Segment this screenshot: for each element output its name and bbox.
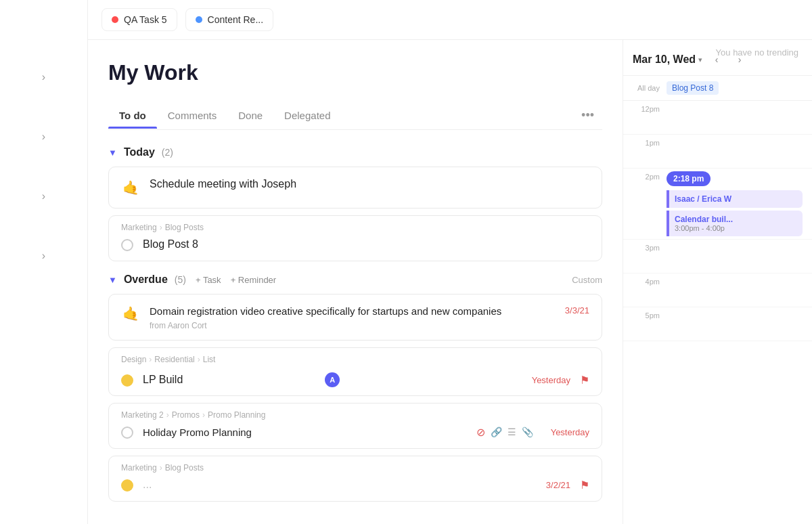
calendar-panel: Mar 10, Wed ▾ ‹ › All day Blog Post 8 12… [623,40,812,524]
promo-checkbox[interactable] [121,427,133,439]
blogpost8-name: Blog Post 8 [143,238,589,250]
cal-event-isaac[interactable]: Isaac / Erica W [667,190,803,208]
blogpost8-checkbox[interactable] [121,239,133,251]
promo-icons: ⊘ 🔗 ☰ 📎 [476,426,533,439]
domain-task-title: Domain registration video creative speci… [150,304,556,318]
dot-icon-red [112,16,118,23]
promo-row: Holiday Promo Planning ⊘ 🔗 ☰ 📎 Yesterday [109,420,602,448]
time-label-3pm: 3pm [633,240,660,252]
sidebar-chevron-4[interactable]: › [35,246,53,265]
bc-sep5: › [160,463,162,473]
task-name-meeting: Schedule meeting with Joseph [150,178,589,190]
sidebar-chevron-1[interactable]: › [35,68,53,87]
bc-marketing2: Marketing 2 [121,410,164,420]
task-chip-qa-label: QA Task 5 [124,14,167,25]
promo-date: Yesterday [551,427,589,437]
section-overdue: ▼ Overdue (5) + Task + Reminder Custom 🤙… [108,274,602,502]
task-card-meeting: 🤙 Schedule meeting with Joseph [108,167,602,209]
content-area: My Work To do Comments Done Delegated [88,40,812,524]
page-title: My Work [108,60,602,85]
custom-label[interactable]: Custom [572,275,602,285]
task-chip-qa[interactable]: QA Task 5 [102,8,177,31]
bc-marketing3: Marketing [121,463,157,473]
time-label-1pm: 1pm [633,135,660,147]
tab-done[interactable]: Done [227,103,273,128]
lpbuild-date: Yesterday [532,375,570,385]
today-header: ▼ Today (2) [108,146,602,158]
cal-event-calendar[interactable]: Calendar buil... 3:00pm - 4:00p [667,211,803,236]
cal-event-isaac-title: Isaac / Erica W [675,194,797,204]
bc-design: Design [121,355,146,364]
time-label-5pm: 5pm [633,307,660,320]
today-label: Today [124,146,155,158]
breadcrumb-marketing: Marketing [121,223,157,232]
task-card-lpbuild: Design › Residential › List LP Build A Y… [108,347,602,396]
time-content-3pm [660,240,803,242]
breadcrumb-blogposts: Blog Posts [165,223,204,232]
time-label-12pm: 12pm [633,101,660,113]
sidebar: › › › › [0,0,88,524]
cal-event-calendar-title: Calendar buil... [675,215,797,224]
all-day-row: All day Blog Post 8 [623,76,812,101]
task-icon-meeting: 🤙 [121,178,140,197]
task-chip-content-label: Content Re... [208,14,264,25]
today-count: (2) [162,147,173,158]
time-label-2pm: 2pm [633,169,660,181]
blogpost2-date: 3/2/21 [546,480,570,490]
domain-task-from: from Aaron Cort [150,321,556,330]
bc-promoplanning: Promo Planning [208,410,265,420]
tab-todo[interactable]: To do [108,103,157,128]
blogpost2-row: ... 3/2/21 ⚑ [109,473,602,501]
add-task-button[interactable]: + Task [196,275,221,285]
sidebar-chevron-3[interactable]: › [35,187,53,206]
time-slot-2pm: 2pm 2:18 pm Isaac / Erica W Calendar bui… [623,169,812,240]
section-today: ▼ Today (2) 🤙 Schedule meeting with Jose… [108,146,602,261]
lpbuild-row: LP Build A Yesterday ⚑ [109,364,602,395]
stop-icon: ⊘ [476,426,485,439]
bc-list: List [203,355,216,364]
time-content-5pm [660,307,803,310]
sidebar-chevron-2[interactable]: › [35,127,53,146]
tabs-bar: To do Comments Done Delegated ••• [108,102,602,130]
task-card-domain: 🤙 Domain registration video creative spe… [108,294,602,341]
list-icon: ☰ [508,427,516,437]
task-card-meeting-main: 🤙 Schedule meeting with Joseph [109,167,602,208]
tab-delegated[interactable]: Delegated [273,103,341,128]
overdue-count: (5) [175,274,186,285]
domain-task-date: 3/3/21 [565,304,589,315]
bc-sep4: › [202,410,205,420]
dot-icon-blue [196,16,202,23]
add-reminder-button[interactable]: + Reminder [231,275,277,285]
time-slot-3pm: 3pm [623,240,812,274]
time-content-1pm [660,135,803,137]
domain-task-main: 🤙 Domain registration video creative spe… [121,304,589,330]
bc-residential: Residential [154,355,194,364]
calendar-body: All day Blog Post 8 12pm 1pm [623,76,812,524]
lpbuild-checkbox[interactable] [121,374,133,387]
overdue-header: ▼ Overdue (5) + Task + Reminder Custom [108,274,602,286]
today-toggle[interactable]: ▼ [108,148,117,158]
task-icon-domain: 🤙 [121,304,140,323]
tab-comments[interactable]: Comments [157,103,228,128]
my-work-section: My Work To do Comments Done Delegated [88,40,623,524]
promo-task-name: Holiday Promo Planning [143,427,461,438]
domain-content: Domain registration video creative speci… [150,304,556,330]
task-card-blogpost8: Marketing › Blog Posts Blog Post 8 [108,215,602,261]
time-slot-12pm: 12pm [623,101,812,135]
time-label-4pm: 4pm [633,274,660,286]
cal-event-calendar-time: 3:00pm - 4:00p [675,224,797,232]
time-content-4pm [660,274,803,276]
main-content: QA Task 5 Content Re... You have no tren… [88,0,812,524]
link-icon: 🔗 [491,427,502,437]
current-time-indicator: 2:18 pm [667,171,710,186]
lpbuild-avatar: A [325,372,340,387]
overdue-toggle[interactable]: ▼ [108,275,117,285]
blogpost2-checkbox[interactable] [121,479,133,492]
all-day-event[interactable]: Blog Post 8 [667,81,719,95]
task-chip-content[interactable]: Content Re... [185,8,274,31]
blogpost2-breadcrumb: Marketing › Blog Posts [109,456,602,473]
bc-sep1: › [149,355,152,364]
calendar-date-dropdown[interactable]: Mar 10, Wed ▾ [633,53,702,66]
overdue-label: Overdue [124,274,168,286]
tab-more-button[interactable]: ••• [573,102,602,129]
